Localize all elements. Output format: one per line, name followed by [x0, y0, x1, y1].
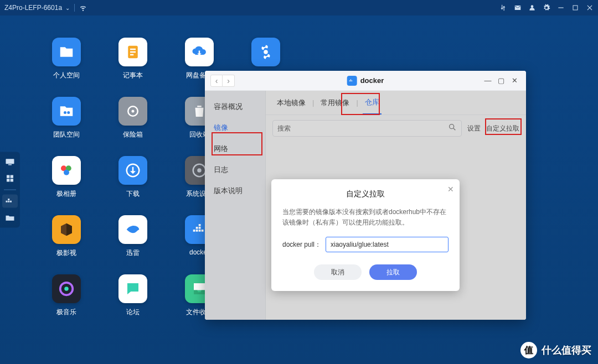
app-label: 极影视: [56, 248, 76, 258]
svg-rect-13: [130, 49, 136, 50]
window-maximize-button[interactable]: ▢: [495, 75, 507, 87]
desktop-app[interactable]: 极音乐: [39, 274, 94, 317]
divider: [74, 4, 75, 12]
custom-pull-modal: ✕ 自定义拉取 当您需要的镜像版本没有搜索到或者dockerhub中不存在该镜像…: [271, 179, 460, 291]
modal-close-button[interactable]: ✕: [447, 185, 454, 194]
app-icon: [52, 38, 81, 66]
desktop: 个人空间记事本网盘备份团队空间保险箱回收站极相册下载系统设置极影视迅雷docke…: [0, 15, 598, 364]
device-name-dropdown[interactable]: Z4Pro-LEFP-6601a: [4, 4, 70, 12]
system-topbar: Z4Pro-LEFP-6601a: [0, 0, 598, 15]
chevron-down-icon: [64, 4, 70, 12]
app-icon: [118, 156, 147, 185]
svg-rect-37: [350, 80, 352, 81]
app-icon: [52, 274, 81, 303]
app-icon: [118, 274, 147, 303]
watermark-badge-icon: 值: [520, 342, 537, 358]
app-label: 极相册: [56, 189, 76, 199]
desktop-app[interactable]: 迅雷: [105, 215, 161, 258]
transfer-icon[interactable]: [499, 4, 507, 12]
app-icon: [118, 97, 147, 126]
svg-rect-30: [202, 230, 204, 232]
desktop-app[interactable]: 个人空间: [39, 38, 94, 80]
window-close-button[interactable]: ✕: [508, 75, 520, 87]
svg-rect-6: [7, 179, 9, 181]
modal-ok-button[interactable]: 拉取: [369, 264, 417, 280]
gear-icon[interactable]: [543, 4, 550, 12]
svg-rect-0: [558, 7, 563, 8]
minimize-icon[interactable]: [557, 4, 565, 12]
app-icon: [52, 215, 81, 244]
app-label: 记事本: [123, 71, 143, 80]
svg-rect-4: [7, 175, 9, 178]
svg-rect-3: [8, 164, 12, 165]
svg-rect-7: [11, 179, 13, 181]
svg-rect-11: [8, 199, 9, 200]
dock-divider: [4, 190, 16, 190]
app-label: 迅雷: [126, 248, 140, 258]
window-titlebar: ‹ › docker — ▢ ✕: [205, 71, 526, 91]
svg-rect-14: [130, 51, 136, 53]
docker-pull-input[interactable]: [326, 237, 448, 252]
desktop-app[interactable]: 保险箱: [105, 97, 161, 139]
svg-rect-9: [8, 201, 9, 202]
desktop-app[interactable]: 论坛: [105, 274, 161, 317]
watermark-text: 什么值得买: [542, 344, 591, 357]
svg-point-23: [64, 170, 69, 175]
window-minimize-button[interactable]: —: [482, 75, 494, 87]
app-icon: [52, 156, 81, 185]
svg-point-16: [264, 50, 268, 54]
dock-item-2[interactable]: [2, 172, 18, 185]
svg-rect-27: [193, 230, 195, 232]
dock-item-folder[interactable]: [2, 211, 18, 225]
svg-point-20: [132, 110, 135, 113]
modal-title: 自定义拉取: [282, 189, 448, 199]
svg-point-18: [67, 111, 70, 114]
window-title: docker: [347, 76, 384, 86]
svg-rect-33: [199, 224, 201, 226]
left-dock: [0, 152, 20, 228]
dock-item-docker[interactable]: [2, 195, 18, 208]
app-icon: [251, 38, 280, 66]
svg-point-17: [64, 111, 66, 114]
app-label: 论坛: [126, 308, 140, 317]
app-label: 极音乐: [56, 308, 76, 317]
svg-rect-32: [199, 227, 201, 229]
svg-rect-5: [11, 175, 13, 178]
nav-forward-button[interactable]: ›: [223, 75, 235, 87]
desktop-app[interactable]: 下载: [105, 156, 161, 199]
docker-window: ‹ › docker — ▢ ✕ 容器概况 镜像 网络 日志 版本说明: [205, 71, 526, 320]
app-icon: [118, 38, 147, 66]
svg-rect-31: [196, 227, 198, 229]
modal-description: 当您需要的镜像版本没有搜索到或者dockerhub中不存在该镜像时（私有库）可以…: [282, 207, 448, 228]
wifi-icon[interactable]: [79, 4, 87, 12]
desktop-app[interactable]: 极相册: [39, 156, 94, 199]
app-icon: [185, 38, 214, 66]
dock-item-1[interactable]: [2, 155, 18, 169]
window-title-text: docker: [360, 76, 384, 85]
user-icon[interactable]: [528, 4, 536, 12]
close-icon[interactable]: [586, 4, 594, 12]
mail-icon[interactable]: [514, 4, 522, 12]
svg-rect-39: [350, 79, 352, 80]
nav-back-button[interactable]: ‹: [210, 75, 223, 87]
svg-rect-36: [349, 80, 350, 81]
svg-rect-10: [10, 201, 12, 202]
desktop-app[interactable]: 团队空间: [39, 97, 94, 139]
device-name: Z4Pro-LEFP-6601a: [4, 4, 62, 12]
app-label: 下载: [126, 189, 140, 199]
maximize-icon[interactable]: [571, 4, 579, 12]
svg-point-35: [64, 287, 69, 291]
app-label: 团队空间: [53, 130, 80, 139]
docker-pull-label: docker pull：: [282, 240, 321, 249]
app-label: 个人空间: [53, 71, 80, 80]
desktop-app[interactable]: 极影视: [39, 215, 94, 258]
desktop-app[interactable]: 记事本: [105, 38, 161, 80]
app-label: 保险箱: [123, 130, 143, 139]
svg-point-26: [197, 168, 202, 173]
modal-cancel-button[interactable]: 取消: [314, 264, 362, 280]
svg-rect-28: [196, 230, 198, 232]
svg-rect-29: [199, 230, 201, 232]
svg-rect-8: [6, 201, 8, 202]
app-icon: [52, 97, 81, 126]
docker-logo-icon: [347, 76, 357, 86]
